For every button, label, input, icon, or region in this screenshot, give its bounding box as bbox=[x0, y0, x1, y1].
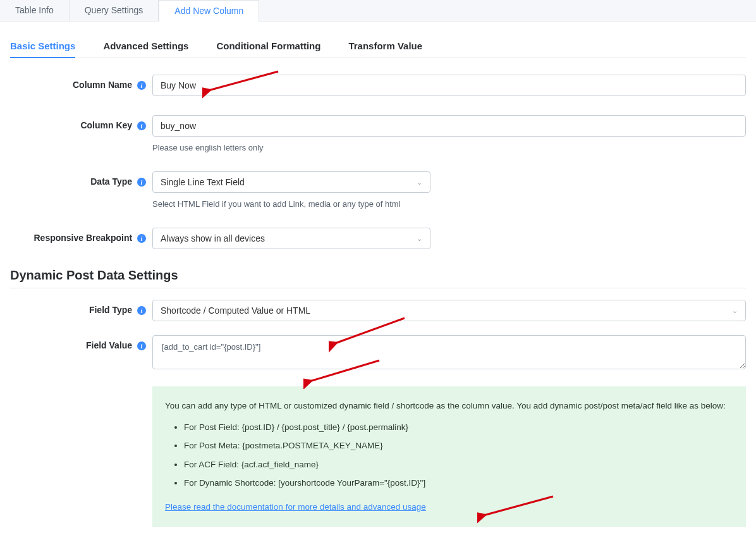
data-type-helper: Select HTML Field if you want to add Lin… bbox=[152, 199, 746, 209]
dynamic-post-data-heading: Dynamic Post Data Settings bbox=[10, 268, 746, 288]
documentation-link[interactable]: Please read the documentation for more d… bbox=[165, 502, 426, 512]
tab-query-settings[interactable]: Query Settings bbox=[70, 0, 159, 21]
data-type-label: Data Type i bbox=[10, 171, 152, 187]
responsive-breakpoint-select[interactable]: Always show in all devices ⌄ bbox=[152, 228, 430, 249]
info-box-item: For ACF Field: {acf.acf_field_name} bbox=[184, 458, 733, 472]
tab-add-new-column[interactable]: Add New Column bbox=[159, 0, 259, 22]
data-type-select[interactable]: Single Line Text Field ⌄ bbox=[152, 171, 430, 193]
subtab-transform-value[interactable]: Transform Value bbox=[348, 40, 422, 58]
info-box: You can add any type of HTML or customiz… bbox=[152, 386, 746, 527]
info-box-item: For Dynamic Shortcode: [yourshortcode Yo… bbox=[184, 476, 733, 490]
top-tabs-container: Table Info Query Settings Add New Column bbox=[0, 0, 756, 22]
field-type-label: Field Type i bbox=[10, 300, 152, 315]
info-icon[interactable]: i bbox=[137, 341, 146, 350]
subtab-advanced-settings[interactable]: Advanced Settings bbox=[103, 40, 188, 58]
info-box-item: For Post Field: {post.ID} / {post.post_t… bbox=[184, 421, 733, 434]
column-name-input[interactable] bbox=[152, 75, 746, 96]
column-name-label: Column Name i bbox=[10, 75, 152, 90]
subtab-basic-settings[interactable]: Basic Settings bbox=[10, 40, 75, 58]
info-icon[interactable]: i bbox=[137, 81, 146, 90]
subtab-conditional-formatting[interactable]: Conditional Formatting bbox=[216, 40, 320, 58]
info-box-intro: You can add any type of HTML or customiz… bbox=[165, 399, 733, 413]
info-box-item: For Post Meta: {postmeta.POSTMETA_KEY_NA… bbox=[184, 439, 733, 453]
responsive-breakpoint-label: Responsive Breakpoint i bbox=[10, 228, 152, 243]
chevron-down-icon: ⌄ bbox=[417, 235, 422, 243]
sub-tabs-container: Basic Settings Advanced Settings Conditi… bbox=[10, 40, 746, 58]
column-key-label: Column Key i bbox=[10, 115, 152, 130]
info-box-list: For Post Field: {post.ID} / {post.post_t… bbox=[184, 421, 733, 490]
field-value-input[interactable]: [add_to_cart id="{post.ID}"] bbox=[152, 335, 746, 369]
info-icon[interactable]: i bbox=[137, 234, 146, 243]
tab-table-info[interactable]: Table Info bbox=[0, 0, 70, 21]
column-key-helper: Please use english letters only bbox=[152, 143, 746, 152]
info-icon[interactable]: i bbox=[137, 306, 146, 315]
field-value-label: Field Value i bbox=[10, 335, 152, 350]
info-icon[interactable]: i bbox=[137, 121, 146, 130]
chevron-down-icon: ⌄ bbox=[732, 307, 738, 315]
column-key-input[interactable] bbox=[152, 115, 746, 137]
field-type-select[interactable]: Shortcode / Computed Value or HTML ⌄ bbox=[152, 300, 746, 321]
chevron-down-icon: ⌄ bbox=[417, 178, 422, 187]
info-icon[interactable]: i bbox=[137, 178, 146, 187]
